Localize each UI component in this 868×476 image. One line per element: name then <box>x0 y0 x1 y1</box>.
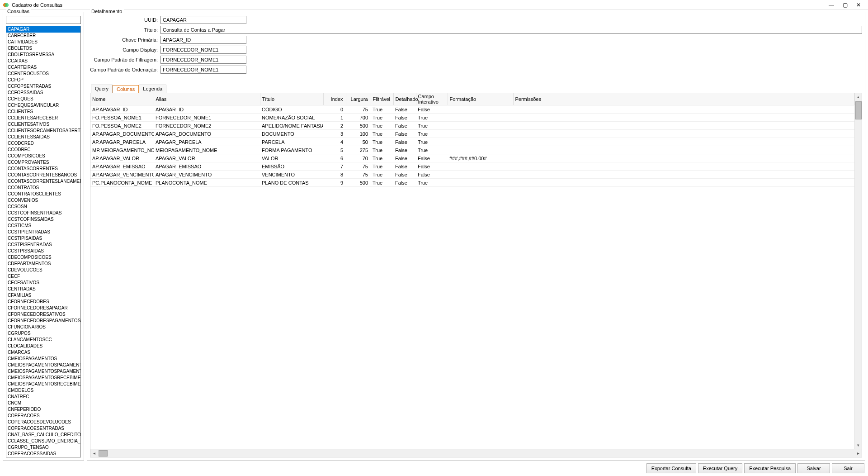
list-item[interactable]: CECFSATIVOS <box>6 280 80 286</box>
list-item[interactable]: CCLIENTESARECEBER <box>6 115 80 121</box>
list-item[interactable]: CATIVIDADES <box>6 39 80 45</box>
list-item[interactable]: CCOMPOSICOES <box>6 153 80 159</box>
list-item[interactable]: CBOLETOS <box>6 45 80 52</box>
sair-button[interactable]: Sair <box>832 463 864 473</box>
list-item[interactable]: CCODREC <box>6 147 80 153</box>
table-row[interactable]: FO.PESSOA_NOME1FORNECEDOR_NOME1NOME/RAZÃ… <box>90 114 854 122</box>
minimize-button[interactable]: — <box>825 1 838 9</box>
list-item[interactable]: CCHEQUES <box>6 96 80 102</box>
tab-query[interactable]: Query <box>91 85 113 93</box>
tab-colunas[interactable]: Colunas <box>113 85 139 93</box>
list-item[interactable]: CCHEQUESAVINCULAR <box>6 102 80 109</box>
list-item[interactable]: CCFOP <box>6 77 80 83</box>
grid-vertical-scrollbar[interactable]: ▴ ▾ <box>854 93 862 449</box>
list-item[interactable]: CNFEPERIODO <box>6 406 80 413</box>
list-item[interactable]: CMEIOSPAGAMENTOS <box>6 356 80 362</box>
close-button[interactable]: ✕ <box>852 1 865 9</box>
table-row[interactable]: AP.APAGAR_VALORAPAGAR_VALORVALOR670TrueF… <box>90 154 854 162</box>
list-item[interactable]: CCFOPSSAIDAS <box>6 90 80 96</box>
list-item[interactable]: COPERACOESSAIDAS <box>6 451 80 457</box>
table-row[interactable]: MP.MEIOPAGAMENTO_NOMEMEIOPAGAMENTO_NOMEF… <box>90 146 854 154</box>
list-item[interactable]: CECF <box>6 273 80 280</box>
list-item[interactable]: CCSTCOFINSENTRADAS <box>6 210 80 216</box>
table-row[interactable]: FO.PESSOA_NOME2FORNECEDOR_NOME2APELIDO/N… <box>90 122 854 130</box>
list-item[interactable]: CMEIOSPAGAMENTOSPAGAMENTOSAP <box>6 368 80 375</box>
display-input[interactable] <box>160 46 246 54</box>
scroll-thumb[interactable] <box>855 101 862 119</box>
col-interativo[interactable]: Campo Interativo <box>416 93 448 105</box>
list-item[interactable]: CFUNCIONARIOS <box>6 324 80 330</box>
list-item[interactable]: CCLIENTESSAIDAS <box>6 134 80 140</box>
list-item[interactable]: CAPAGAR <box>6 26 80 33</box>
list-item[interactable]: CMEIOSPAGAMENTOSRECEBIMENTOSAR <box>6 381 80 387</box>
list-item[interactable]: CCLIENTESATIVOS <box>6 121 80 128</box>
maximize-button[interactable]: ▢ <box>838 1 852 9</box>
list-item[interactable]: CNAT_BASE_CALCULO_CREDITO <box>6 432 80 438</box>
list-item[interactable]: CDECOMPOSICOES <box>6 254 80 261</box>
titulo-input[interactable] <box>160 26 862 34</box>
list-item[interactable]: CGRUPO_TENSAO <box>6 444 80 451</box>
grid-horizontal-scrollbar[interactable]: ◂ ▸ <box>90 449 862 457</box>
table-row[interactable]: AP.APAGAR_PARCELAAPAGAR_PARCELAPARCELA45… <box>90 138 854 146</box>
list-item[interactable]: CCAIXAS <box>6 58 80 64</box>
col-permissoes[interactable]: Permissões <box>513 93 854 105</box>
hscroll-thumb[interactable] <box>99 450 108 457</box>
list-item[interactable]: CFORNECEDORESAPAGAR <box>6 305 80 311</box>
list-item[interactable]: CCSTIPIENTRADAS <box>6 229 80 235</box>
consultas-list[interactable]: CAPAGARCARECEBERCATIVIDADESCBOLETOSCBOLE… <box>6 26 81 457</box>
col-filtravel[interactable]: Filtrável <box>371 93 393 105</box>
list-item[interactable]: CNCM <box>6 400 80 406</box>
col-nome[interactable]: Nome <box>90 93 154 105</box>
list-item[interactable]: CCODCRED <box>6 140 80 147</box>
scroll-right-icon[interactable]: ▸ <box>854 450 862 457</box>
table-row[interactable]: AP.APAGAR_VENCIMENTOAPAGAR_VENCIMENTOVEN… <box>90 171 854 179</box>
list-item[interactable]: CCSTCOFINSSAIDAS <box>6 216 80 223</box>
exportar-consulta-button[interactable]: Exportar Consulta <box>646 463 696 473</box>
tab-legenda[interactable]: Legenda <box>139 85 166 93</box>
list-item[interactable]: CFORNECEDORESPAGAMENTOS <box>6 318 80 324</box>
table-row[interactable]: AP.APAGAR_IDAPAGAR_IDCÓDIGO075TrueFalseF… <box>90 105 854 114</box>
scroll-up-icon[interactable]: ▴ <box>855 93 862 100</box>
list-item[interactable]: CLANCAMENTOSCC <box>6 337 80 343</box>
list-item[interactable]: CMEIOSPAGAMENTOSRECEBIMENTOS <box>6 375 80 381</box>
table-row[interactable]: AP.APAGAR_EMISSAOAPAGAR_EMISSAOEMISSÃO77… <box>90 162 854 171</box>
list-item[interactable]: COPERACOESENTRADAS <box>6 425 80 432</box>
col-titulo[interactable]: Título <box>260 93 323 105</box>
list-item[interactable]: CENTRADAS <box>6 286 80 292</box>
col-formatacao[interactable]: Formatação <box>448 93 513 105</box>
list-item[interactable]: CCENTROCUSTOS <box>6 71 80 77</box>
list-item[interactable]: CCONTASCORRENTES <box>6 166 80 172</box>
list-item[interactable]: COPERACOES <box>6 413 80 419</box>
col-index[interactable]: Index <box>323 93 346 105</box>
table-row[interactable]: PC.PLANOCONTA_NOMEPLANOCONTA_NOMEPLANO D… <box>90 179 854 187</box>
consultas-filter-input[interactable] <box>6 16 81 24</box>
list-item[interactable]: CCONTASCORRENTESBANCOS <box>6 172 80 178</box>
list-item[interactable]: CFORNECEDORESATIVOS <box>6 311 80 318</box>
list-item[interactable]: CCOMPROVANTES <box>6 159 80 166</box>
list-item[interactable]: CMEIOSPAGAMENTOSPAGAMENTOS <box>6 362 80 368</box>
list-item[interactable]: CBOLETOSREMESSA <box>6 52 80 58</box>
chave-input[interactable] <box>160 36 246 44</box>
list-item[interactable]: CCSTICMS <box>6 223 80 229</box>
scroll-down-icon[interactable]: ▾ <box>855 442 862 449</box>
list-item[interactable]: CMODELOS <box>6 387 80 394</box>
col-detalhado[interactable]: Detalhado <box>393 93 416 105</box>
list-item[interactable]: CCONTRATOS <box>6 185 80 191</box>
list-item[interactable]: CCLIENTESORCAMENTOSABERTOS <box>6 128 80 134</box>
list-item[interactable]: CCONVENIOS <box>6 197 80 204</box>
list-item[interactable]: CCFOPSENTRADAS <box>6 83 80 90</box>
list-item[interactable]: CCARTEIRAS <box>6 64 80 71</box>
executar-pesquisa-button[interactable]: Executar Pesquisa <box>744 463 796 473</box>
list-item[interactable]: CDEPARTAMENTOS <box>6 261 80 267</box>
filtro-input[interactable] <box>160 56 246 64</box>
col-largura[interactable]: Largura <box>346 93 371 105</box>
list-item[interactable]: CARECEBER <box>6 33 80 39</box>
list-item[interactable]: CFAMILIAS <box>6 292 80 299</box>
table-row[interactable]: AP.APAGAR_DOCUMENTOAPAGAR_DOCUMENTODOCUM… <box>90 130 854 138</box>
list-item[interactable]: CCONTRATOSCLIENTES <box>6 191 80 197</box>
list-item[interactable]: CCSTPISSAIDAS <box>6 248 80 254</box>
scroll-left-icon[interactable]: ◂ <box>90 450 98 457</box>
list-item[interactable]: CCLIENTES <box>6 109 80 115</box>
list-item[interactable]: CNATREC <box>6 394 80 400</box>
uuid-input[interactable] <box>160 16 246 24</box>
